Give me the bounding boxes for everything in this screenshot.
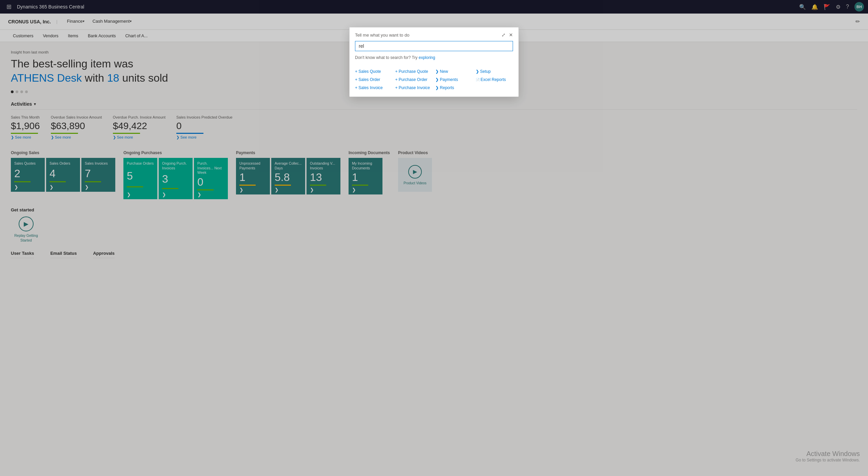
qa-purchase-order[interactable]: Purchase Order <box>395 76 433 83</box>
tell-me-dialog: Tell me what you want to do ⤢ ✕ Don't kn… <box>349 27 519 97</box>
qa-empty <box>476 84 513 91</box>
dialog-body: Don't know what to search for? Try explo… <box>350 41 518 97</box>
qa-new[interactable]: New <box>435 68 473 75</box>
exploring-link[interactable]: exploring <box>419 55 435 60</box>
qa-sales-order[interactable]: Sales Order <box>355 76 393 83</box>
close-icon[interactable]: ✕ <box>509 32 513 38</box>
search-input-wrap <box>355 41 513 51</box>
quick-actions-grid: Sales Quote Purchase Quote New Setup Sal… <box>355 65 513 91</box>
qa-excel-reports[interactable]: Excel Reports <box>476 76 513 83</box>
qa-sales-quote[interactable]: Sales Quote <box>355 68 393 75</box>
exploring-hint: Don't know what to search for? Try explo… <box>355 55 513 60</box>
qa-purchase-invoice[interactable]: Purchase Invoice <box>395 84 433 91</box>
qa-purchase-quote[interactable]: Purchase Quote <box>395 68 433 75</box>
dialog-title: Tell me what you want to do <box>355 33 409 38</box>
qa-payments[interactable]: Payments <box>435 76 473 83</box>
tell-me-input[interactable] <box>359 43 509 49</box>
qa-sales-invoice[interactable]: Sales Invoice <box>355 84 393 91</box>
dialog-overlay: Tell me what you want to do ⤢ ✕ Don't kn… <box>0 0 868 268</box>
qa-reports[interactable]: Reports <box>435 84 473 91</box>
dialog-icons: ⤢ ✕ <box>501 32 513 38</box>
dialog-header: Tell me what you want to do ⤢ ✕ <box>350 27 518 41</box>
expand-icon[interactable]: ⤢ <box>501 32 506 38</box>
qa-setup[interactable]: Setup <box>476 68 513 75</box>
